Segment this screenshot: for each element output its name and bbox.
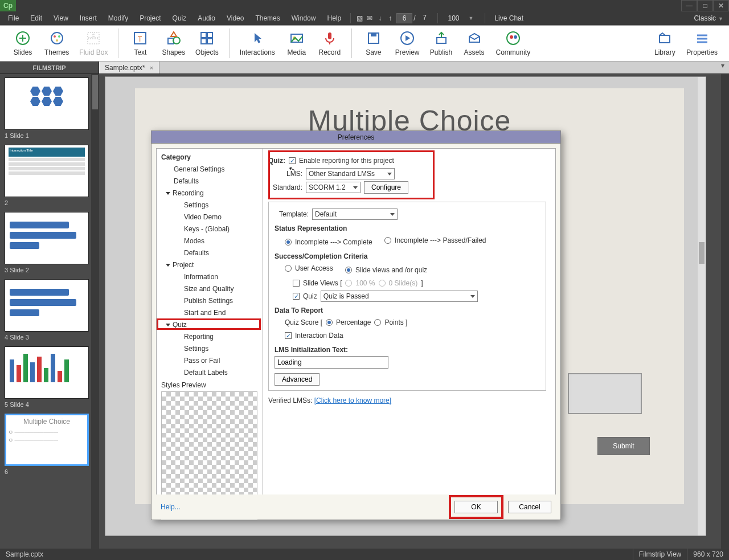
workspace-selector[interactable]: Classic▼ [688, 13, 729, 24]
score-points[interactable]: Points ] [374, 318, 407, 326]
right-scrollbar[interactable] [721, 74, 729, 549]
quiz-checkbox[interactable]: Quiz [293, 292, 317, 300]
ribbon-themes[interactable]: Themes [44, 30, 69, 56]
status-icon[interactable]: ▧ [354, 13, 364, 23]
tree-quiz-reporting[interactable]: Reporting [157, 331, 262, 343]
zoom-caret-icon[interactable]: ▼ [469, 15, 474, 21]
ribbon-properties[interactable]: Properties [686, 30, 718, 56]
ribbon-fluidbox: Fluid Box [79, 30, 108, 56]
svg-point-5 [58, 35, 60, 38]
configure-button[interactable]: Configure [364, 181, 408, 194]
tree-rec-settings[interactable]: Settings [157, 199, 262, 211]
slide-thumb-1[interactable] [5, 77, 89, 130]
advanced-button[interactable]: Advanced [275, 373, 320, 386]
slide-views-count: 0 Slide(s) [379, 279, 418, 287]
score-percentage[interactable]: Percentage [326, 318, 371, 326]
status-view: Filmstrip View [633, 549, 687, 560]
window-close-button[interactable]: ✕ [713, 0, 729, 11]
ribbon-library[interactable]: Library [653, 30, 676, 56]
svg-point-4 [54, 35, 56, 38]
ribbon-publish[interactable]: Publish [430, 30, 453, 56]
download-icon[interactable]: ↓ [375, 13, 385, 23]
slide-thumb-4[interactable] [5, 279, 89, 332]
tree-defaults[interactable]: Defaults [157, 175, 262, 187]
menu-edit[interactable]: Edit [24, 13, 48, 24]
template-select[interactable]: Default [312, 209, 398, 220]
canvas-hscrollbar[interactable] [105, 526, 698, 534]
upload-icon[interactable]: ↑ [385, 13, 395, 23]
window-maximize-button[interactable]: □ [697, 0, 713, 11]
tree-recording[interactable]: Recording [157, 187, 262, 199]
live-chat-button[interactable]: Live Chat [489, 13, 529, 24]
filmstrip-scrollbar[interactable] [91, 74, 99, 549]
status-opt-complete[interactable]: Incomplete ---> Complete [285, 238, 372, 246]
answer-placeholder[interactable] [568, 373, 642, 414]
menu-view[interactable]: View [48, 13, 74, 24]
canvas[interactable]: Multiple Choice Submit Preferences Categ… [105, 76, 706, 536]
slide-thumb-2[interactable]: Interaction Title [5, 145, 89, 197]
menu-project[interactable]: Project [134, 13, 166, 24]
zoom-level[interactable]: 100 [441, 14, 466, 22]
menu-help[interactable]: Help [321, 13, 347, 24]
tree-proj-publish[interactable]: Publish Settings [157, 295, 262, 307]
lms-label: LMS: [268, 170, 302, 178]
ribbon-media[interactable]: Media [285, 30, 308, 56]
menu-audio[interactable]: Audio [192, 13, 221, 24]
tree-rec-keys[interactable]: Keys - (Global) [157, 223, 262, 235]
ribbon-assets[interactable]: Assets [463, 30, 486, 56]
tree-proj-info[interactable]: Information [157, 271, 262, 283]
slide-thumb-5[interactable] [5, 346, 89, 399]
slide-thumb-6[interactable]: Multiple Choice ○ ───────── ○ ───────── [5, 414, 89, 466]
ribbon-preview[interactable]: Preview [395, 30, 420, 56]
tree-proj-size[interactable]: Size and Quality [157, 283, 262, 295]
tree-rec-defaults[interactable]: Defaults [157, 247, 262, 259]
close-icon[interactable]: × [150, 62, 153, 74]
ribbon-shapes[interactable]: Shapes [162, 30, 185, 56]
tree-general[interactable]: General Settings [157, 163, 262, 175]
slide-thumb-3[interactable] [5, 212, 89, 264]
menu-quiz[interactable]: Quiz [167, 13, 193, 24]
menu-file[interactable]: File [2, 13, 24, 24]
menu-modify[interactable]: Modify [103, 13, 134, 24]
ribbon-interactions[interactable]: Interactions [240, 30, 275, 56]
document-tab[interactable]: Sample.cptx* × [99, 62, 159, 73]
tree-project[interactable]: Project [157, 259, 262, 271]
tree-quiz-labels[interactable]: Default Labels [157, 367, 262, 379]
submit-button[interactable]: Submit [597, 437, 650, 455]
ribbon-record[interactable]: Record [318, 30, 341, 56]
status-opt-passedfailed[interactable]: Incomplete ---> Passed/Failed [384, 236, 486, 244]
window-minimize-button[interactable]: — [681, 0, 697, 11]
tree-quiz-settings[interactable]: Settings [157, 343, 262, 355]
criteria-slide-views[interactable]: Slide views and /or quiz [345, 266, 427, 274]
enable-reporting-checkbox[interactable]: Enable reporting for this project [289, 157, 394, 165]
lms-init-input[interactable] [275, 356, 388, 369]
lms-select[interactable]: Other Standard LMSs [306, 168, 395, 179]
tree-rec-videodemo[interactable]: Video Demo [157, 211, 262, 223]
menu-insert[interactable]: Insert [74, 13, 103, 24]
ribbon-save[interactable]: Save [362, 30, 385, 56]
menu-window[interactable]: Window [286, 13, 322, 24]
ribbon-text[interactable]: T Text [129, 30, 151, 56]
standard-select[interactable]: SCORM 1.2 [306, 182, 361, 193]
current-page-input[interactable]: 6 [396, 13, 412, 23]
canvas-vscrollbar[interactable] [698, 77, 706, 536]
slide-views-checkbox[interactable]: Slide Views [ [293, 279, 342, 287]
tree-quiz-passfail[interactable]: Pass or Fail [157, 355, 262, 367]
tree-quiz[interactable]: Quiz [157, 319, 262, 331]
ribbon-slides[interactable]: Slides [11, 30, 34, 56]
menu-video[interactable]: Video [221, 13, 249, 24]
tree-rec-modes[interactable]: Modes [157, 235, 262, 247]
ribbon-objects[interactable]: Objects [195, 30, 219, 56]
quiz-criteria-select[interactable]: Quiz is Passed [321, 291, 478, 302]
mail-icon[interactable]: ✉ [364, 13, 375, 23]
menu-themes[interactable]: Themes [249, 13, 285, 24]
tree-proj-startend[interactable]: Start and End [157, 307, 262, 319]
verified-lms-link[interactable]: [Click here to know more] [314, 397, 391, 404]
cancel-button[interactable]: Cancel [508, 501, 551, 513]
ribbon-community[interactable]: Community [496, 30, 531, 56]
criteria-user-access[interactable]: User Access [285, 264, 333, 272]
panel-tab-filmstrip[interactable]: FILMSTRIP [0, 62, 99, 73]
interaction-data-checkbox[interactable]: Interaction Data [285, 332, 343, 340]
objects-icon [199, 30, 215, 46]
help-link[interactable]: Help... [161, 503, 181, 511]
